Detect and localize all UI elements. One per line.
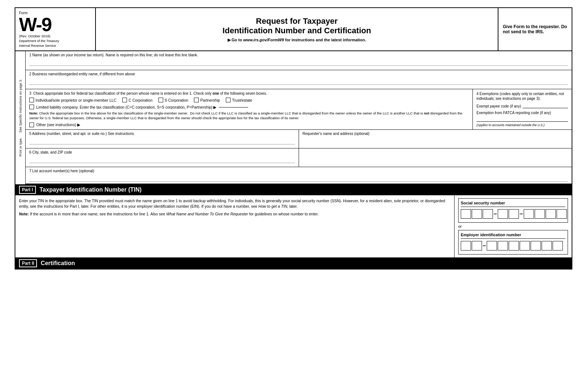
cb-partnership-label: Partnership xyxy=(200,98,220,102)
form-fields: 1 Name (as shown on your income tax retu… xyxy=(26,51,572,184)
address-left: 5 Address (number, street, and apt. or s… xyxy=(26,130,299,148)
fatca-label: Exemption from FATCA reporting code (if … xyxy=(476,110,568,115)
ssn-box-6[interactable] xyxy=(524,209,534,219)
city-left: 6 City, state, and ZIP code xyxy=(26,148,299,167)
form-dept1: Department of the Treasury xyxy=(19,39,91,43)
llc-label: Limited liability company. Enter the tax… xyxy=(36,105,217,109)
form-body: Print or type. See Specific Instructions… xyxy=(15,51,572,184)
ein-box-2[interactable] xyxy=(472,241,482,250)
field1-row: 1 Name (as shown on your income tax retu… xyxy=(26,51,572,70)
ssn-box-7[interactable] xyxy=(535,209,545,219)
cb-llc-box[interactable] xyxy=(29,105,34,109)
ssn-box-4[interactable] xyxy=(498,209,508,219)
part1-body: Enter your TIN in the appropriate box. T… xyxy=(15,195,572,258)
fatca-code-input[interactable] xyxy=(476,117,568,122)
header-center: Request for Taxpayer Identification Numb… xyxy=(96,8,498,50)
ein-box-1[interactable] xyxy=(461,241,471,250)
cb-individual-label: Individual/sole proprietor or single-mem… xyxy=(35,98,116,102)
field6-input[interactable] xyxy=(29,155,295,163)
cb-individual-box[interactable] xyxy=(29,98,34,102)
checkboxes-row1: Individual/sole proprietor or single-mem… xyxy=(29,98,469,102)
ssn-dash1: – xyxy=(494,211,497,217)
ein-box-container: Employer identification number – xyxy=(458,230,568,255)
form-header: Form W-9 (Rev. October 2018) Department … xyxy=(15,8,572,51)
title-sub: Identification Number and Certification xyxy=(103,26,490,35)
ssn-box-9[interactable] xyxy=(557,209,567,219)
header-left: Form W-9 (Rev. October 2018) Department … xyxy=(15,8,96,50)
title-main: Request for Taxpayer xyxy=(103,16,490,26)
cb-trust-label: Trust/estate xyxy=(232,98,252,102)
cb-partnership[interactable]: Partnership xyxy=(194,98,220,102)
cb-partnership-box[interactable] xyxy=(194,98,199,102)
ssn-box-1[interactable] xyxy=(461,209,471,219)
part1-description: Enter your TIN in the appropriate box. T… xyxy=(19,198,450,209)
field6-label: 6 City, state, and ZIP code xyxy=(29,150,295,154)
ssn-group2 xyxy=(498,209,519,219)
exempt-payee-row: Exempt payee code (if any) xyxy=(476,103,568,108)
field2-row: 2 Business name/disregarded entity name,… xyxy=(26,70,572,89)
cb-other-box[interactable] xyxy=(29,122,34,127)
field5-label: 5 Address (number, street, and apt. or s… xyxy=(29,132,295,136)
cb-individual[interactable]: Individual/sole proprietor or single-mem… xyxy=(29,98,116,102)
ssn-box-3[interactable] xyxy=(483,209,493,219)
field4-label: 4 Exemptions (codes apply only to certai… xyxy=(476,91,568,101)
cb-s-corp-box[interactable] xyxy=(158,98,163,102)
exempt-payee-input[interactable] xyxy=(523,103,568,108)
part1-note: Note: If the account is in more than one… xyxy=(19,211,450,217)
ein-box-4[interactable] xyxy=(498,241,508,250)
part1-title: Taxpayer Identification Number (TIN) xyxy=(40,186,142,193)
header-right: Give Form to the requester. Do not send … xyxy=(498,8,572,50)
part1-left-text: Enter your TIN in the appropriate box. T… xyxy=(15,195,455,257)
field3-label: 3 Check appropriate box for federal tax … xyxy=(29,91,469,95)
ein-label: Employer identification number xyxy=(461,233,565,239)
ssn-dash2: – xyxy=(520,211,523,217)
cb-s-corp[interactable]: S Corporation xyxy=(158,98,188,102)
field5-input[interactable] xyxy=(29,136,295,144)
ein-group1 xyxy=(461,241,482,250)
ein-box-9[interactable] xyxy=(553,241,563,250)
fatca-code-row xyxy=(476,117,568,122)
section3-wrapper: 3 Check appropriate box for federal tax … xyxy=(26,89,572,130)
account-row: 7 List account number(s) here (optional) xyxy=(26,167,572,184)
field1-label: 1 Name (as shown on your income tax retu… xyxy=(29,53,568,57)
field7-input[interactable] xyxy=(29,174,568,182)
ein-box-3[interactable] xyxy=(487,241,497,250)
cb-s-corp-label: S Corporation xyxy=(165,98,188,102)
llc-row: Limited liability company. Enter the tax… xyxy=(29,105,469,109)
field1-input[interactable] xyxy=(29,58,568,66)
ein-box-8[interactable] xyxy=(542,241,552,250)
ein-box-6[interactable] xyxy=(520,241,530,250)
field2-label: 2 Business name/disregarded entity name,… xyxy=(29,72,568,76)
part2-header: Part II Certification xyxy=(15,258,572,269)
field2-input[interactable] xyxy=(29,77,568,85)
ein-grid: – xyxy=(461,241,565,250)
form-number: W-9 xyxy=(19,15,91,34)
form-dept2: Internal Revenue Service xyxy=(19,44,91,48)
section4-right: 4 Exemptions (codes apply only to certai… xyxy=(473,89,572,129)
fatca-note: (Applies to accounts maintained outside … xyxy=(476,123,568,127)
ein-box-7[interactable] xyxy=(531,241,541,250)
cb-c-corp-box[interactable] xyxy=(122,98,127,102)
address-section: 5 Address (number, street, and apt. or s… xyxy=(26,130,572,148)
other-label: Other (see instructions) ▶ xyxy=(36,122,80,127)
form-rev: (Rev. October 2018) xyxy=(19,34,91,38)
llc-input-line[interactable] xyxy=(219,107,248,108)
exempt-payee-label: Exempt payee code (if any) xyxy=(476,104,521,108)
form-w9: Form W-9 (Rev. October 2018) Department … xyxy=(15,7,572,270)
section3-left: 3 Check appropriate box for federal tax … xyxy=(26,89,473,129)
cb-trust[interactable]: Trust/estate xyxy=(226,98,252,102)
ein-box-5[interactable] xyxy=(509,241,519,250)
ein-group2 xyxy=(487,241,563,250)
part1-badge: Part I xyxy=(19,186,36,194)
other-row: Other (see instructions) ▶ xyxy=(29,122,469,127)
address-right: Requester's name and address (optional) xyxy=(299,130,572,148)
ssn-label: Social security number xyxy=(461,201,565,207)
ssn-box-2[interactable] xyxy=(472,209,482,219)
note-text: Note: Check the appropriate box in the l… xyxy=(29,111,469,121)
cb-trust-box[interactable] xyxy=(226,98,231,102)
ssn-box-container: Social security number – – xyxy=(458,198,568,223)
cb-c-corp[interactable]: C Corporation xyxy=(122,98,152,102)
ssn-box-5[interactable] xyxy=(509,209,519,219)
part1-header: Part I Taxpayer Identification Number (T… xyxy=(15,184,572,195)
ssn-box-8[interactable] xyxy=(546,209,556,219)
